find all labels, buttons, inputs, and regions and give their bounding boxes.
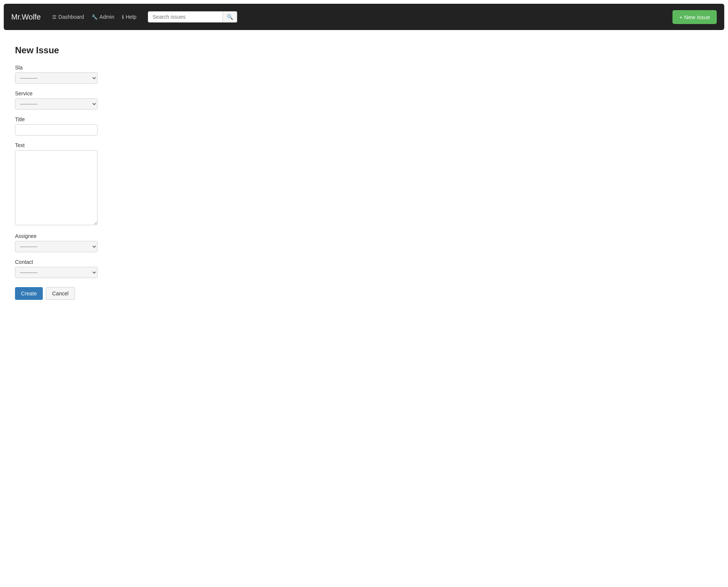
service-select[interactable]: ---------- bbox=[15, 98, 98, 110]
sla-select[interactable]: ---------- bbox=[15, 72, 98, 84]
nav-dashboard-label: Dashboard bbox=[59, 14, 84, 20]
text-group: Text bbox=[15, 142, 713, 226]
title-group: Title bbox=[15, 116, 713, 135]
navbar: Mr.Wolfe ☰ Dashboard 🔧 Admin ℹ Help 🔍 + … bbox=[4, 4, 724, 30]
nav-admin-label: Admin bbox=[99, 14, 114, 20]
service-label: Service bbox=[15, 90, 713, 96]
page-title: New Issue bbox=[15, 45, 713, 56]
search-input[interactable] bbox=[148, 11, 223, 23]
assignee-group: Assignee ---------- bbox=[15, 233, 713, 252]
nav-help[interactable]: ℹ Help bbox=[122, 14, 137, 20]
navbar-right: + New issue bbox=[672, 10, 717, 24]
new-issue-button[interactable]: + New issue bbox=[672, 10, 717, 24]
search-icon: 🔍 bbox=[227, 14, 233, 20]
text-label: Text bbox=[15, 142, 713, 148]
main-content: New Issue Sla ---------- Service -------… bbox=[0, 34, 728, 311]
form-actions: Create Cancel bbox=[15, 287, 713, 300]
service-group: Service ---------- bbox=[15, 90, 713, 110]
assignee-label: Assignee bbox=[15, 233, 713, 239]
sla-group: Sla ---------- bbox=[15, 65, 713, 84]
help-icon: ℹ bbox=[122, 14, 124, 20]
brand-logo: Mr.Wolfe bbox=[11, 13, 41, 21]
search-wrapper: 🔍 bbox=[148, 11, 237, 23]
assignee-select[interactable]: ---------- bbox=[15, 241, 98, 252]
dashboard-icon: ☰ bbox=[52, 14, 57, 20]
admin-icon: 🔧 bbox=[92, 14, 98, 20]
contact-label: Contact bbox=[15, 259, 713, 265]
nav-dashboard[interactable]: ☰ Dashboard bbox=[52, 14, 84, 20]
nav-admin[interactable]: 🔧 Admin bbox=[92, 14, 114, 20]
text-textarea[interactable] bbox=[15, 150, 98, 225]
title-label: Title bbox=[15, 116, 713, 122]
nav-help-label: Help bbox=[126, 14, 137, 20]
contact-group: Contact ---------- bbox=[15, 259, 713, 278]
cancel-button[interactable]: Cancel bbox=[46, 287, 75, 300]
sla-label: Sla bbox=[15, 65, 713, 71]
contact-select[interactable]: ---------- bbox=[15, 267, 98, 278]
search-button[interactable]: 🔍 bbox=[223, 11, 237, 23]
title-input[interactable] bbox=[15, 124, 98, 135]
create-button[interactable]: Create bbox=[15, 287, 43, 300]
